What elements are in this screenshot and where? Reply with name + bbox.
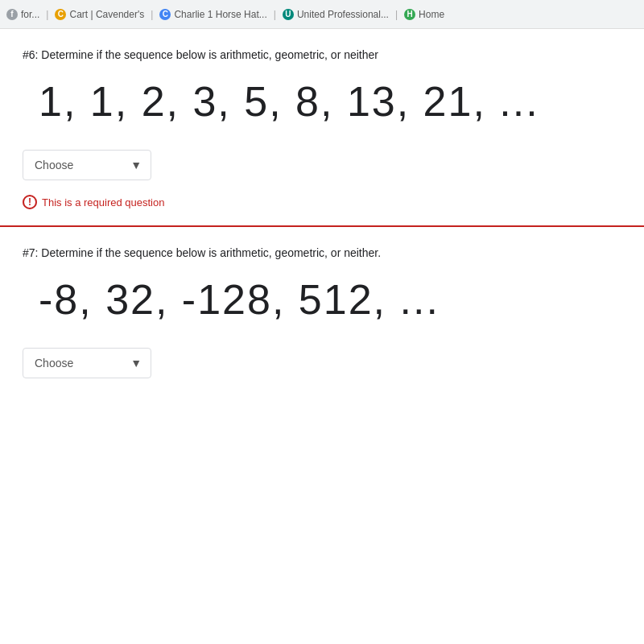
question-6-label: #6: Determine if the sequence below is a… (23, 48, 621, 61)
tab-cart-icon: C (55, 9, 66, 20)
question-6-sequence: 1, 1, 2, 3, 5, 8, 13, 21, ... (39, 77, 621, 126)
tab-for[interactable]: f for... (6, 9, 39, 20)
tab-divider-2: | (151, 9, 153, 20)
question-7-dropdown[interactable]: Choose Arithmetic Geometric Neither (23, 348, 151, 378)
tab-divider-1: | (46, 9, 48, 20)
tab-cart[interactable]: C Cart | Cavender's (55, 9, 144, 20)
tab-home[interactable]: H Home (404, 9, 444, 20)
tab-united-label: United Professional... (297, 9, 389, 20)
tab-for-icon: f (6, 9, 18, 20)
required-error-text-6: This is a required question (42, 196, 164, 208)
required-error-icon-6: ! (23, 195, 37, 209)
tab-home-label: Home (419, 9, 444, 20)
tab-charlie[interactable]: C Charlie 1 Horse Hat... (159, 9, 266, 20)
question-6-section: #6: Determine if the sequence below is a… (0, 29, 644, 227)
question-7-dropdown-wrapper: Choose Arithmetic Geometric Neither ▼ (23, 348, 151, 378)
question-7-sequence: -8, 32, -128, 512, ... (39, 275, 621, 324)
tab-divider-4: | (395, 9, 398, 20)
question-6-dropdown[interactable]: Choose Arithmetic Geometric Neither (23, 150, 151, 180)
tab-home-icon: H (404, 9, 415, 20)
tab-charlie-icon: C (159, 9, 171, 20)
tab-united-icon: U (283, 9, 294, 20)
tab-united[interactable]: U United Professional... (283, 9, 389, 20)
tab-cart-label: Cart | Cavender's (69, 9, 144, 20)
question-6-dropdown-wrapper: Choose Arithmetic Geometric Neither ▼ (23, 150, 151, 180)
required-error-6: ! This is a required question (23, 195, 621, 209)
tab-charlie-label: Charlie 1 Horse Hat... (174, 9, 266, 20)
main-content: #6: Determine if the sequence below is a… (0, 29, 644, 402)
question-7-label: #7: Determine if the sequence below is a… (23, 246, 621, 259)
question-7-section: #7: Determine if the sequence below is a… (0, 227, 644, 402)
tab-divider-3: | (274, 9, 276, 20)
tab-for-label: for... (21, 9, 39, 20)
browser-tab-bar: f for... | C Cart | Cavender's | C Charl… (0, 0, 644, 29)
